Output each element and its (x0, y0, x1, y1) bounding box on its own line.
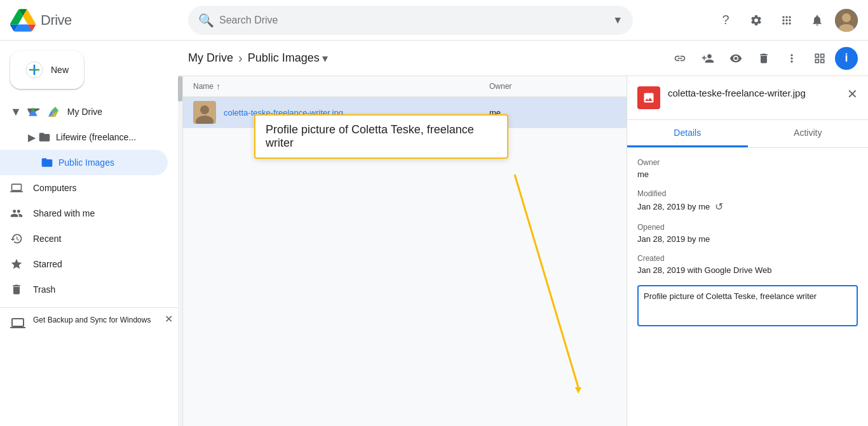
panel-file-icon (637, 86, 660, 109)
svg-line-12 (515, 175, 578, 387)
breadcrumb-dropdown-icon[interactable]: ▾ (322, 51, 328, 65)
sidebar-item-shared[interactable]: Shared with me (0, 201, 168, 226)
apps-button[interactable] (774, 8, 799, 33)
topbar-actions: ? (713, 8, 858, 33)
recent-label: Recent (33, 234, 61, 244)
tab-details[interactable]: Details (627, 120, 748, 147)
more-options-button[interactable] (779, 46, 804, 71)
col-name-header[interactable]: Name ↑ (193, 81, 489, 91)
breadcrumb: My Drive › Public Images ▾ (188, 51, 328, 65)
main-layout: New ▼ My Drive ▶ (0, 41, 868, 426)
people-icon (10, 207, 23, 220)
search-dropdown-icon[interactable]: ▼ (613, 15, 623, 26)
my-drive-icon (47, 105, 60, 118)
sidebar-item-lifewire[interactable]: ▶ Lifewire (freelance... (0, 124, 168, 150)
gear-icon (750, 14, 763, 27)
right-panel: coletta-teske-freelance-writer.jpg ✕ Det… (627, 76, 868, 426)
preview-button[interactable] (723, 46, 749, 71)
scroll-thumb (178, 76, 182, 102)
tab-details-label: Details (674, 128, 701, 138)
topbar: Drive 🔍 ▼ ? (0, 0, 868, 41)
modified-text: Jan 28, 2019 by me (637, 202, 710, 211)
breadcrumb-separator: › (238, 51, 243, 65)
shared-label: Shared with me (33, 208, 95, 218)
panel-body: Owner me Modified Jan 28, 2019 by me ↺ O… (627, 148, 868, 426)
file-list-header: Name ↑ Owner (183, 76, 627, 97)
file-thumbnail (193, 101, 216, 124)
apps-icon (780, 14, 793, 27)
expand-icon: ▼ (10, 105, 22, 119)
modified-value: Jan 28, 2019 by me ↺ (637, 201, 858, 213)
panel-header: coletta-teske-freelance-writer.jpg ✕ (627, 76, 868, 120)
detail-modified: Modified Jan 28, 2019 by me ↺ (637, 189, 858, 213)
owner-label: Owner (637, 158, 858, 167)
computer-backup-icon (10, 316, 25, 331)
delete-icon (757, 52, 770, 65)
get-backup-banner: Get Backup and Sync for Windows ✕ (0, 307, 178, 338)
expand-lifewire-icon: ▶ (28, 131, 36, 143)
new-button-label: New (51, 65, 69, 75)
file-list-area: Name ↑ Owner (178, 76, 868, 426)
more-vert-icon (785, 52, 798, 65)
tab-activity[interactable]: Activity (748, 120, 869, 147)
trash-icon (10, 283, 23, 296)
help-icon: ? (722, 13, 729, 27)
starred-label: Starred (33, 259, 62, 269)
link-icon (674, 52, 686, 65)
info-button[interactable]: i (835, 47, 858, 70)
breadcrumb-parent[interactable]: My Drive (188, 51, 233, 65)
computer-icon (10, 182, 23, 194)
grid-icon (813, 52, 826, 65)
search-input[interactable] (219, 15, 613, 26)
sidebar-item-my-drive[interactable]: ▼ My Drive (0, 99, 168, 124)
sidebar-item-computers[interactable]: Computers (0, 175, 168, 201)
description-section (637, 285, 858, 329)
new-button[interactable]: New (10, 51, 84, 89)
get-link-button[interactable] (667, 46, 693, 71)
created-label: Created (637, 254, 858, 263)
modified-label: Modified (637, 189, 858, 198)
detail-created: Created Jan 28, 2019 with Google Drive W… (637, 254, 858, 275)
scroll-track-left[interactable] (178, 76, 183, 426)
panel-close-button[interactable]: ✕ (847, 86, 858, 102)
settings-button[interactable] (743, 8, 769, 33)
eye-icon (729, 52, 742, 65)
grid-view-button[interactable] (807, 46, 832, 71)
col-name-label: Name (193, 82, 214, 91)
detail-opened: Opened Jan 28, 2019 by me (637, 223, 858, 244)
notifications-button[interactable] (804, 8, 830, 33)
alttext-content: Profile picture of Coletta Teske, freela… (266, 123, 474, 149)
tab-activity-label: Activity (794, 128, 822, 138)
bell-icon (811, 14, 824, 27)
my-drive-label: My Drive (67, 107, 102, 117)
user-avatar[interactable] (835, 9, 858, 32)
close-backup-button[interactable]: ✕ (165, 313, 173, 325)
thumbnail-image (193, 101, 216, 124)
file-owner: me (489, 108, 616, 117)
opened-label: Opened (637, 223, 858, 232)
restore-button[interactable]: ↺ (715, 201, 723, 213)
col-owner-header: Owner (489, 82, 616, 91)
breadcrumb-actions: i (667, 46, 858, 71)
folder-active-icon (41, 156, 53, 169)
add-person-button[interactable] (695, 46, 721, 71)
search-bar[interactable]: 🔍 ▼ (188, 6, 633, 35)
add-person-icon (702, 52, 714, 65)
delete-button[interactable] (751, 46, 776, 71)
help-button[interactable]: ? (713, 8, 738, 33)
search-icon: 🔍 (198, 13, 214, 28)
lifewire-label: Lifewire (freelance... (56, 132, 136, 142)
sidebar-item-public-images[interactable]: Public Images (0, 150, 168, 175)
alttext-overlay: Profile picture of Coletta Teske, freela… (254, 114, 508, 159)
breadcrumb-current: Public Images ▾ (248, 51, 328, 65)
content-area: My Drive › Public Images ▾ (178, 41, 868, 426)
image-file-icon (642, 91, 655, 104)
sidebar-item-recent[interactable]: Recent (0, 226, 168, 251)
get-backup-label: Get Backup and Sync for Windows (33, 316, 151, 324)
drive-logo-icon (10, 8, 36, 33)
sidebar-item-starred[interactable]: Starred (0, 251, 168, 277)
sidebar-item-trash[interactable]: Trash (0, 277, 168, 302)
app-title: Drive (41, 12, 72, 29)
description-input[interactable] (637, 285, 858, 326)
public-images-sidebar-label: Public Images (58, 157, 114, 168)
